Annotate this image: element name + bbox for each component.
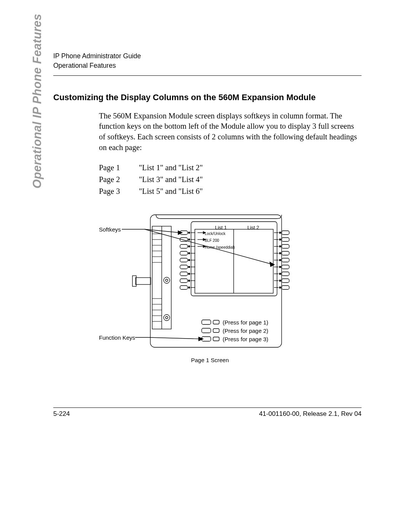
expansion-module-figure: Softkeys Function Keys List 1 List 2 Loc…	[99, 211, 362, 352]
svg-marker-96	[199, 337, 203, 341]
press-page-3: (Press for page 3)	[223, 336, 268, 342]
svg-marker-93	[270, 262, 274, 267]
page-cell: Page 2	[99, 174, 139, 185]
svg-rect-46	[282, 265, 289, 269]
table-row: Page 3 "List 5" and "List 6"	[99, 185, 203, 197]
screen-row-2: BLF 200	[205, 238, 219, 243]
svg-point-86	[166, 316, 168, 319]
svg-point-32	[279, 232, 281, 233]
svg-point-17	[188, 259, 190, 261]
cols-cell: "List 1" and "List 2"	[139, 162, 203, 174]
footer-doc-id: 41-001160-00, Release 2.1, Rev 04	[259, 410, 362, 418]
figure-caption: Page 1 Screen	[191, 357, 229, 363]
svg-rect-66	[202, 328, 211, 333]
svg-point-26	[188, 280, 190, 281]
callout-function-keys: Function Keys	[99, 334, 135, 341]
svg-rect-49	[282, 272, 289, 276]
press-page-1: (Press for page 1)	[223, 319, 268, 326]
table-row: Page 2 "List 3" and "List 4"	[99, 174, 203, 185]
svg-point-5	[188, 232, 190, 233]
header-rule	[53, 75, 362, 76]
svg-rect-34	[282, 238, 289, 241]
page-columns-table: Page 1 "List 1" and "List 2" Page 2 "Lis…	[99, 162, 203, 197]
table-row: Page 1 "List 1" and "List 2"	[99, 162, 203, 174]
svg-rect-16	[180, 258, 188, 262]
screen-row-1: Lock/Unlock	[205, 232, 225, 236]
svg-rect-28	[180, 286, 188, 289]
document-page: IP Phone Administrator Guide Operational…	[0, 0, 411, 532]
footer-rule	[53, 407, 362, 408]
press-page-2: (Press for page 2)	[223, 328, 268, 334]
svg-point-11	[188, 246, 190, 247]
svg-line-95	[148, 337, 201, 339]
svg-rect-10	[180, 244, 188, 248]
svg-point-14	[188, 252, 190, 254]
svg-point-35	[279, 239, 281, 240]
content-column: The 560M Expansion Module screen display…	[99, 111, 362, 352]
svg-rect-64	[202, 320, 211, 324]
header-line-1: IP Phone Administrator Guide	[53, 51, 362, 61]
svg-rect-69	[213, 337, 219, 341]
svg-point-47	[279, 266, 281, 268]
section-title: Customizing the Display Columns on the 5…	[53, 93, 362, 102]
svg-rect-25	[180, 279, 188, 283]
svg-point-83	[164, 277, 170, 283]
callout-softkeys: Softkeys	[99, 226, 121, 233]
page-cell: Page 3	[99, 185, 139, 197]
side-tab-label: Operational IP Phone Features	[30, 14, 44, 189]
svg-point-50	[279, 273, 281, 275]
svg-rect-19	[180, 265, 188, 269]
svg-point-8	[188, 239, 190, 240]
header-line-2: Operational Features	[53, 61, 362, 70]
footer-page-number: 5-224	[53, 410, 70, 418]
svg-rect-37	[282, 244, 289, 248]
page-header: IP Phone Administrator Guide Operational…	[53, 51, 362, 71]
svg-rect-40	[282, 251, 289, 255]
svg-rect-87	[135, 278, 151, 284]
svg-rect-31	[282, 231, 289, 235]
column-header-list1: List 1	[215, 225, 227, 230]
svg-rect-52	[282, 279, 289, 283]
cols-cell: "List 5" and "List 6"	[139, 185, 203, 197]
page-footer: 5-224 41-001160-00, Release 2.1, Rev 04	[53, 407, 362, 418]
svg-point-38	[279, 246, 281, 247]
svg-point-29	[188, 287, 190, 288]
svg-rect-22	[180, 272, 188, 276]
svg-rect-55	[282, 286, 289, 289]
svg-point-20	[188, 266, 190, 268]
svg-rect-67	[213, 329, 219, 332]
svg-rect-43	[282, 258, 289, 262]
svg-point-85	[164, 315, 170, 321]
svg-point-23	[188, 273, 190, 275]
column-header-list2: List 2	[247, 225, 259, 230]
svg-point-41	[279, 252, 281, 254]
svg-point-84	[166, 279, 168, 281]
intro-paragraph: The 560M Expansion Module screen display…	[99, 111, 362, 153]
page-cell: Page 1	[99, 162, 139, 174]
cols-cell: "List 3" and "List 4"	[139, 174, 203, 185]
svg-point-53	[279, 280, 281, 281]
svg-point-44	[279, 259, 281, 261]
svg-rect-65	[213, 320, 219, 324]
svg-point-56	[279, 287, 281, 288]
svg-rect-13	[180, 251, 188, 255]
screen-row-3: Home (speeddial)	[205, 245, 235, 249]
